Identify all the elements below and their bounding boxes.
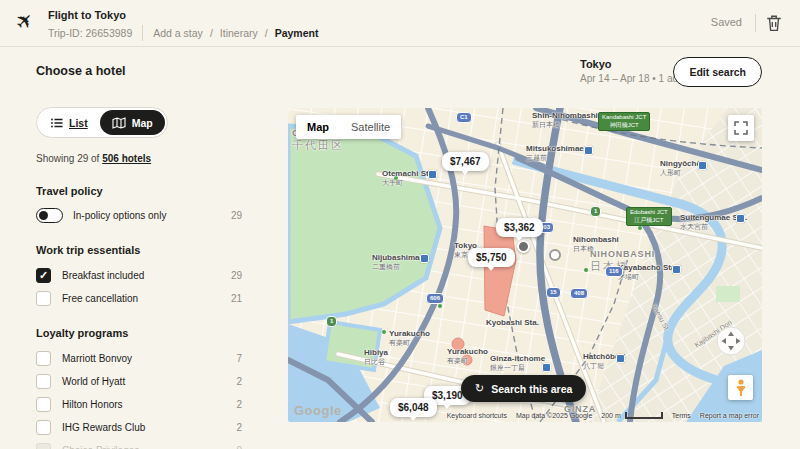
hotel-price-pin[interactable]: $5,750 xyxy=(468,248,515,267)
checkbox-choice xyxy=(36,443,51,449)
search-this-area-button[interactable]: ↻ Search this area xyxy=(461,375,586,402)
trip-id: Trip-ID: 26653989 xyxy=(48,27,132,39)
check-icon: ✓ xyxy=(39,269,48,282)
checkbox-breakfast[interactable]: ✓ xyxy=(36,268,51,283)
pegman-control[interactable] xyxy=(728,375,753,400)
breadcrumb-separator: / xyxy=(265,27,268,39)
filter-row-free-cancellation[interactable]: Free cancellation 21 xyxy=(36,290,242,306)
filter-row-marriott[interactable]: Marriott Bonvoy 7 xyxy=(36,350,242,366)
airplane-icon: ✈ xyxy=(10,6,39,35)
route-shield: 116 xyxy=(605,266,623,277)
filters-sidebar: List Map Showing 29 of 506 hotels Travel… xyxy=(36,107,242,449)
checkbox-marriott[interactable] xyxy=(36,351,51,366)
filter-row-breakfast[interactable]: ✓ Breakfast included 29 xyxy=(36,267,242,283)
scale-line xyxy=(625,412,663,419)
list-view-button[interactable]: List xyxy=(39,110,100,135)
map-icon xyxy=(112,117,126,129)
refresh-icon: ↻ xyxy=(475,382,484,395)
filter-row-hilton[interactable]: Hilton Honors 2 xyxy=(36,396,242,412)
map-type-satellite-button[interactable]: Satellite xyxy=(340,115,401,139)
filter-count: 0 xyxy=(236,445,242,449)
top-header: ✈ Flight to Tokyo Trip-ID: 26653989 Add … xyxy=(0,0,800,47)
saved-status: Saved xyxy=(711,16,742,28)
map-label-station: Yurakucho有楽町 xyxy=(447,347,488,365)
checkbox-ihg[interactable] xyxy=(36,420,51,435)
hotel-dot-marker-active[interactable] xyxy=(517,240,530,253)
route-shield: 1 xyxy=(326,316,337,327)
toggle-knob xyxy=(39,211,48,220)
keyboard-shortcuts-link[interactable]: Keyboard shortcuts xyxy=(447,412,507,419)
checkbox-free-cancellation[interactable] xyxy=(36,291,51,306)
filter-count: 2 xyxy=(236,376,242,387)
in-policy-toggle[interactable] xyxy=(36,208,63,223)
results-count-link[interactable]: 506 hotels xyxy=(102,153,151,164)
route-shield: 408 xyxy=(570,288,588,299)
station-icon xyxy=(542,363,551,372)
map-attribution: Keyboard shortcuts Map data ©2025 Google… xyxy=(447,412,759,419)
hotel-price-pin[interactable]: $3,362 xyxy=(496,218,543,237)
hotel-dot-marker[interactable] xyxy=(549,249,561,261)
scale-label: 200 m xyxy=(601,412,620,419)
breadcrumb-payment[interactable]: Payment xyxy=(275,27,319,39)
map-type-control: Map Satellite xyxy=(296,115,401,139)
scale-bar: 200 m xyxy=(601,412,662,419)
fullscreen-icon xyxy=(733,120,749,136)
checkbox-hilton[interactable] xyxy=(36,397,51,412)
hotel-price-pin[interactable]: $7,467 xyxy=(442,152,489,171)
filter-row-ihg[interactable]: IHG Rewards Club 2 xyxy=(36,419,242,435)
station-icon xyxy=(428,170,437,179)
hotel-price-pin[interactable]: $6,048 xyxy=(390,398,437,417)
filter-count: 21 xyxy=(231,293,242,304)
filter-label: Marriott Bonvoy xyxy=(62,353,225,364)
jct-badge: Kandabashi JCT神田橋JCT xyxy=(598,112,650,131)
filter-row-hyatt[interactable]: World of Hyatt 2 xyxy=(36,373,242,389)
filter-row-choice: Choice Privileges 0 xyxy=(36,442,242,449)
list-icon xyxy=(51,118,63,128)
map-view-button[interactable]: Map xyxy=(100,110,165,135)
terms-link[interactable]: Terms xyxy=(672,412,691,419)
pan-control[interactable] xyxy=(716,326,746,356)
results-summary: Showing 29 of 506 hotels xyxy=(36,153,242,164)
app-page: ✈ Flight to Tokyo Trip-ID: 26653989 Add … xyxy=(0,0,800,449)
search-area-label: Search this area xyxy=(491,383,572,395)
checkbox-hyatt[interactable] xyxy=(36,374,51,389)
trash-icon[interactable] xyxy=(766,14,782,32)
breadcrumb-itinerary[interactable]: Itinerary xyxy=(220,27,258,39)
google-logo[interactable]: Google xyxy=(294,403,342,418)
header-right-divider xyxy=(755,14,756,32)
travel-policy-heading: Travel policy xyxy=(36,185,242,197)
map-label-station: Ningyōchō人形町 xyxy=(660,159,701,177)
map-label-station: Yurakucho有楽町 xyxy=(389,329,430,347)
filter-count: 2 xyxy=(236,422,242,433)
route-shield: 1 xyxy=(590,206,601,217)
breadcrumb-add-a-stay[interactable]: Add a stay xyxy=(153,27,203,39)
station-icon xyxy=(616,354,625,363)
map-type-map-button[interactable]: Map xyxy=(296,115,340,139)
station-icon xyxy=(698,161,707,170)
in-policy-toggle-row[interactable]: In-policy options only 29 xyxy=(36,208,242,223)
filter-label: Breakfast included xyxy=(62,270,220,281)
edit-search-button[interactable]: Edit search xyxy=(673,57,762,87)
search-dates: Apr 14 – Apr 18 • 1 adult xyxy=(580,73,689,84)
results-prefix: Showing 29 of xyxy=(36,153,99,164)
filter-label: IHG Rewards Club xyxy=(62,422,225,433)
filter-count: 7 xyxy=(236,353,242,364)
map-label-station: Hibiya日比谷 xyxy=(364,348,388,366)
breadcrumb: Add a stay / Itinerary / Payment xyxy=(153,27,318,39)
in-policy-label: In-policy options only xyxy=(73,210,221,221)
map-label-station: Kyobashi Sta. xyxy=(486,318,539,328)
pegman-icon xyxy=(734,379,748,397)
filter-count: 2 xyxy=(236,399,242,410)
station-icon xyxy=(736,214,745,223)
filter-label: Free cancellation xyxy=(62,293,220,304)
essentials-heading: Work trip essentials xyxy=(36,244,242,256)
page-title: Choose a hotel xyxy=(36,64,126,78)
fullscreen-button[interactable] xyxy=(728,115,754,141)
in-policy-count: 29 xyxy=(231,210,242,221)
map-label-station: Mitsukoshimae三越前 xyxy=(526,144,584,162)
route-shield: C1 xyxy=(456,112,472,123)
filter-count: 29 xyxy=(231,270,242,281)
report-error-link[interactable]: Report a map error xyxy=(700,412,759,419)
map-label-station: Nijubashimae二重橋前 xyxy=(372,253,424,271)
filter-label: World of Hyatt xyxy=(62,376,225,387)
